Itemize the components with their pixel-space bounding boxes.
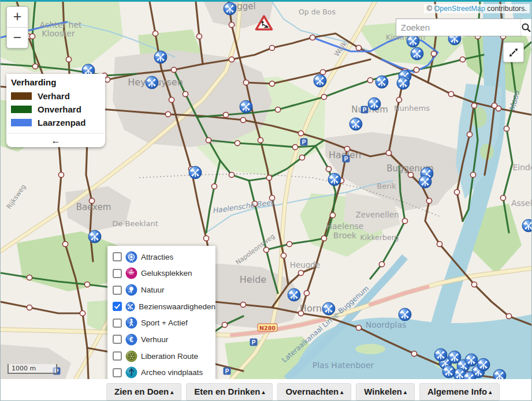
route-node-marker[interactable] xyxy=(84,282,90,287)
route-node-marker[interactable] xyxy=(266,175,271,180)
poi-marker-bezienswaardigheid[interactable] xyxy=(397,77,410,89)
route-node-marker[interactable] xyxy=(183,91,188,96)
route-node-marker[interactable] xyxy=(243,80,248,85)
poi-marker-bezienswaardigheid[interactable] xyxy=(146,76,158,89)
route-node-marker[interactable] xyxy=(321,94,326,99)
route-node-marker[interactable] xyxy=(298,130,303,136)
route-node-marker[interactable] xyxy=(506,313,511,318)
poi-marker-bezienswaardigheid[interactable] xyxy=(368,98,381,110)
unchecked-checkbox-geluksplekken[interactable] xyxy=(113,269,122,278)
route-node-marker[interactable] xyxy=(330,212,335,218)
route-node-marker[interactable] xyxy=(304,290,309,295)
checked-checkbox-bezienswaardigheden[interactable] xyxy=(113,302,122,311)
poi-marker-bezienswaardigheid[interactable] xyxy=(189,166,202,179)
poi-marker-bezienswaardigheid[interactable] xyxy=(224,2,236,15)
map-svg[interactable]: Achter hetKloosterRoggelOp de BosKinkhov… xyxy=(1,2,531,379)
poi-marker-bezienswaardigheid[interactable] xyxy=(154,51,167,63)
route-node-marker[interactable] xyxy=(396,97,401,102)
route-node-marker[interactable] xyxy=(58,172,64,177)
route-node-marker[interactable] xyxy=(223,112,228,117)
layer-item-geluksplekken[interactable]: Geluksplekken xyxy=(113,265,215,282)
unchecked-checkbox-archeo-vindplaats[interactable] xyxy=(113,368,122,377)
map-canvas[interactable]: Achter hetKloosterRoggelOp de BosKinkhov… xyxy=(1,2,531,379)
openstreetmap-link[interactable]: OpenStreetMap xyxy=(434,5,485,13)
poi-marker-bezienswaardigheid[interactable] xyxy=(465,354,478,366)
route-node-marker[interactable] xyxy=(326,166,331,171)
route-node-marker[interactable] xyxy=(448,91,453,96)
route-node-marker[interactable] xyxy=(379,261,384,267)
route-node-marker[interactable] xyxy=(240,302,245,307)
route-node-marker[interactable] xyxy=(310,35,315,40)
legend-collapse-button[interactable]: ← xyxy=(6,134,105,147)
route-node-marker[interactable] xyxy=(275,107,280,112)
route-node-marker[interactable] xyxy=(152,31,158,36)
route-node-marker[interactable] xyxy=(263,247,269,252)
parking-marker[interactable]: P xyxy=(250,339,258,346)
layer-item-verhuur[interactable]: €Verhuur xyxy=(113,331,215,347)
route-node-marker[interactable] xyxy=(386,150,391,155)
poi-marker-bezienswaardigheid[interactable] xyxy=(407,35,419,47)
poi-marker-bezienswaardigheid[interactable] xyxy=(288,288,300,301)
poi-marker-bezienswaardigheid[interactable] xyxy=(349,118,362,130)
route-node-marker[interactable] xyxy=(229,22,234,27)
route-node-marker[interactable] xyxy=(426,198,431,203)
poi-marker-bezienswaardigheid[interactable] xyxy=(434,348,447,361)
layer-item-liberation-route[interactable]: Liberation Route xyxy=(113,348,215,364)
route-node-marker[interactable] xyxy=(437,241,442,246)
route-node-marker[interactable] xyxy=(229,57,234,62)
poi-marker-bezienswaardigheid[interactable] xyxy=(411,47,423,60)
poi-marker-bezienswaardigheid[interactable] xyxy=(442,365,455,378)
parking-marker[interactable]: P xyxy=(361,106,369,114)
unchecked-checkbox-sport-actief[interactable] xyxy=(113,318,122,328)
layer-item-sport-actief[interactable]: Sport + Actief xyxy=(113,315,215,331)
menu-button-eten-en-drinken[interactable]: Eten en Drinken▴ xyxy=(186,383,273,400)
route-node-marker[interactable] xyxy=(367,77,373,83)
route-node-marker[interactable] xyxy=(229,172,234,177)
unchecked-checkbox-natuur[interactable] xyxy=(113,286,122,295)
route-node-marker[interactable] xyxy=(320,69,325,74)
route-node-marker[interactable] xyxy=(454,189,459,194)
route-node-marker[interactable] xyxy=(62,241,68,246)
poi-marker-bezienswaardigheid[interactable] xyxy=(314,74,326,87)
parking-marker[interactable]: P xyxy=(343,155,350,163)
menu-button-overnachten[interactable]: Overnachten▴ xyxy=(277,383,351,400)
route-node-marker[interactable] xyxy=(27,305,32,310)
route-node-marker[interactable] xyxy=(240,117,245,122)
route-node-marker[interactable] xyxy=(504,126,509,131)
route-node-marker[interactable] xyxy=(287,241,292,246)
route-node-marker[interactable] xyxy=(500,195,505,200)
unchecked-checkbox-attracties[interactable] xyxy=(113,252,122,261)
route-node-marker[interactable] xyxy=(66,57,71,62)
route-node-marker[interactable] xyxy=(269,45,274,50)
route-node-marker[interactable] xyxy=(460,57,465,62)
route-node-marker[interactable] xyxy=(165,111,170,117)
route-node-marker[interactable] xyxy=(281,253,286,258)
route-node-marker[interactable] xyxy=(203,235,209,241)
route-node-marker[interactable] xyxy=(356,325,361,330)
search-button[interactable] xyxy=(520,19,531,36)
route-node-marker[interactable] xyxy=(470,172,475,177)
layer-item-bezienswaardigheden[interactable]: Bezienswaardigheden xyxy=(113,298,215,314)
route-node-marker[interactable] xyxy=(492,103,497,108)
unchecked-checkbox-liberation-route[interactable] xyxy=(113,351,122,361)
poi-marker-bezienswaardigheid[interactable] xyxy=(419,175,431,188)
route-node-marker[interactable] xyxy=(414,67,419,72)
route-node-marker[interactable] xyxy=(258,137,263,143)
route-node-marker[interactable] xyxy=(269,81,274,86)
parking-marker[interactable]: P xyxy=(224,368,231,375)
poi-marker-bezienswaardigheid[interactable] xyxy=(375,76,388,88)
zoom-out-button[interactable]: − xyxy=(7,28,28,48)
poi-marker-bezienswaardigheid[interactable] xyxy=(322,302,335,315)
menu-button-algemene-info[interactable]: Algemene Info▴ xyxy=(419,383,500,400)
fullscreen-button[interactable] xyxy=(503,42,524,62)
poi-marker-bezienswaardigheid[interactable] xyxy=(88,230,101,243)
route-node-marker[interactable] xyxy=(467,132,472,137)
route-node-marker[interactable] xyxy=(29,33,35,39)
route-node-marker[interactable] xyxy=(402,218,407,223)
layer-item-natuur[interactable]: Natuur xyxy=(113,282,215,298)
route-node-marker[interactable] xyxy=(292,144,297,149)
poi-marker-bezienswaardigheid[interactable] xyxy=(328,173,341,186)
poi-marker-bezienswaardigheid[interactable] xyxy=(399,308,411,321)
route-node-marker[interactable] xyxy=(32,63,38,69)
unchecked-checkbox-verhuur[interactable] xyxy=(113,335,122,344)
